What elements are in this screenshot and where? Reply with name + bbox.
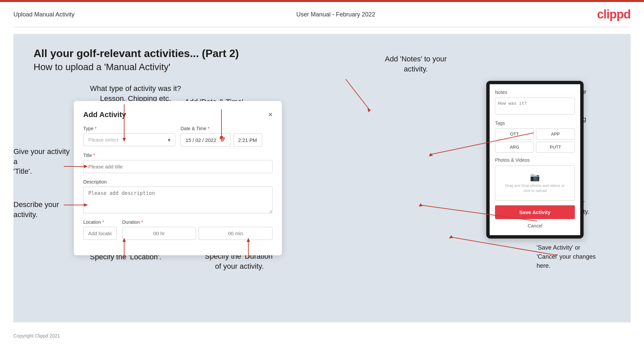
calendar-icon: 📅 [219, 137, 226, 143]
svg-marker-19 [449, 235, 453, 239]
datetime-group: Date & Time * 15 / 02 / 2022 📅 2:21 PM [181, 126, 273, 147]
duration-hr-input[interactable] [122, 227, 196, 240]
logo: clippd [597, 7, 631, 21]
cancel-link[interactable]: Cancel [495, 222, 575, 230]
phone-inner: Notes Tags OTT APP ARG PUTT Photos & Vid… [490, 84, 580, 235]
svg-marker-17 [419, 203, 423, 207]
annotation-title: Give your activity a 'Title'. [13, 147, 74, 176]
footer: Copyright Clippd 2021 [0, 329, 644, 343]
annotation-notes: Add 'Notes' to your activity. [376, 54, 456, 74]
title-input[interactable] [83, 160, 273, 173]
description-label: Description [83, 179, 273, 185]
section-title: All your golf-relevant activities... (Pa… [34, 47, 610, 60]
notes-label: Notes [495, 90, 575, 95]
duration-min-input[interactable] [199, 227, 273, 240]
manual-title: User Manual - February 2022 [296, 11, 375, 18]
location-duration-row: Location * Duration * [83, 219, 273, 240]
annotation-save: 'Save Activity' or 'Cancel' your changes… [537, 243, 631, 270]
svg-marker-13 [367, 108, 371, 112]
section-subtitle: How to upload a 'Manual Activity' [34, 62, 610, 72]
location-label: Location * [83, 219, 117, 225]
time-input[interactable]: 2:21 PM [233, 134, 262, 147]
photo-icon: 📷 [499, 172, 571, 182]
type-select[interactable]: Please select [83, 133, 175, 146]
location-group: Location * [83, 219, 117, 240]
duration-group: Duration * [122, 219, 273, 240]
photos-upload-text: Drag and Drop photos and videos or click… [499, 183, 571, 194]
type-label: Type * [83, 126, 175, 131]
tag-arg[interactable]: ARG [495, 142, 534, 153]
svg-line-12 [346, 79, 369, 109]
copyright-text: Copyright Clippd 2021 [13, 333, 60, 339]
annotation-what-type: What type of activity was it? Lesson, Ch… [90, 84, 181, 103]
datetime-label: Date & Time * [181, 126, 273, 131]
tags-label: Tags [495, 120, 575, 126]
add-activity-dialog: Add Activity × Type * Please select Date… [74, 101, 282, 255]
date-input[interactable]: 15 / 02 / 2022 📅 [181, 133, 231, 147]
photos-upload-area[interactable]: 📷 Drag and Drop photos and videos or cli… [495, 165, 575, 201]
location-input[interactable] [83, 227, 117, 240]
tag-putt[interactable]: PUTT [536, 142, 575, 153]
tag-ott[interactable]: OTT [495, 128, 534, 140]
dialog-title: Add Activity [83, 110, 126, 119]
main-content: All your golf-relevant activities... (Pa… [13, 34, 631, 322]
svg-marker-15 [429, 153, 433, 156]
phone-mockup: Notes Tags OTT APP ARG PUTT Photos & Vid… [486, 81, 584, 239]
photos-label: Photos & Videos [495, 157, 575, 163]
description-textarea[interactable] [83, 187, 273, 213]
annotation-describe: Describe your activity. [13, 200, 74, 219]
tags-grid: OTT APP ARG PUTT [495, 128, 575, 153]
description-group: Description [83, 179, 273, 213]
dialog-header: Add Activity × [83, 110, 273, 119]
datetime-inputs: 15 / 02 / 2022 📅 2:21 PM [181, 133, 273, 147]
dialog-close-button[interactable]: × [268, 111, 273, 118]
tag-app[interactable]: APP [536, 128, 575, 140]
type-group: Type * Please select [83, 126, 175, 147]
header-divider [13, 27, 631, 27]
title-label: Title * [83, 153, 273, 158]
page-title: Upload Manual Activity [13, 11, 75, 18]
duration-inputs [122, 227, 273, 240]
title-group: Title * [83, 153, 273, 173]
save-activity-button[interactable]: Save Activity [495, 205, 575, 219]
notes-textarea[interactable] [495, 98, 575, 114]
header: Upload Manual Activity User Manual - Feb… [0, 2, 644, 27]
duration-label: Duration * [122, 219, 273, 225]
type-select-wrapper: Please select [83, 133, 175, 146]
type-date-row: Type * Please select Date & Time * 15 / … [83, 126, 273, 147]
